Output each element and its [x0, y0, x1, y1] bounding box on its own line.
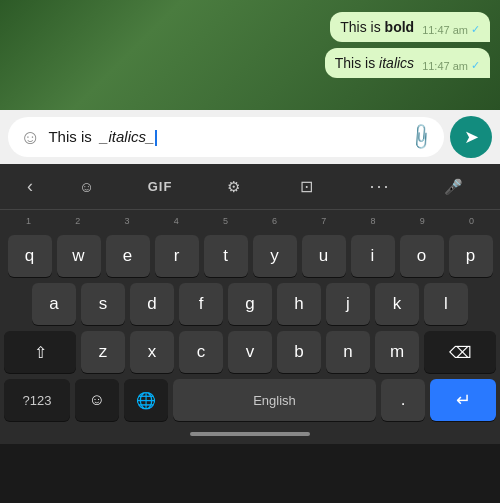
gear-icon: ⚙ — [227, 178, 240, 196]
key-t[interactable]: t — [204, 235, 248, 277]
keyboard-back-button[interactable]: ‹ — [10, 164, 50, 209]
translate-icon: ⊡ — [300, 177, 313, 196]
key-u[interactable]: u — [302, 235, 346, 277]
key-row-2: a s d f g h j k l — [0, 280, 500, 328]
key-k[interactable]: k — [375, 283, 419, 325]
sticker-icon: ☺ — [79, 178, 94, 195]
key-s[interactable]: s — [81, 283, 125, 325]
input-bar: ☺ This is _italics_ 📎 ➤ — [0, 110, 500, 164]
more-button[interactable]: ··· — [343, 164, 416, 209]
num-3: 3 — [102, 216, 151, 226]
settings-button[interactable]: ⚙ — [197, 164, 270, 209]
input-field[interactable]: This is _italics_ — [48, 128, 402, 146]
key-f[interactable]: f — [179, 283, 223, 325]
key-row-1: q w e r t y u i o p — [0, 232, 500, 280]
key-z[interactable]: z — [81, 331, 125, 373]
message-italic-meta: 11:47 am ✓ — [422, 59, 480, 72]
translate-button[interactable]: ⊡ — [270, 164, 343, 209]
bold-word: bold — [385, 19, 415, 35]
num-8: 8 — [348, 216, 397, 226]
key-row-3: ⇧ z x c v b n m ⌫ — [0, 328, 500, 376]
microphone-icon: 🎤 — [444, 178, 463, 196]
key-a[interactable]: a — [32, 283, 76, 325]
key-l[interactable]: l — [424, 283, 468, 325]
period-key[interactable]: . — [381, 379, 425, 421]
return-key[interactable]: ↵ — [430, 379, 496, 421]
space-key[interactable]: English — [173, 379, 376, 421]
num-2: 2 — [53, 216, 102, 226]
gif-label: GIF — [148, 179, 173, 194]
gif-button[interactable]: GIF — [123, 164, 196, 209]
mic-button[interactable]: 🎤 — [417, 164, 490, 209]
key-w[interactable]: w — [57, 235, 101, 277]
num-4: 4 — [152, 216, 201, 226]
key-c[interactable]: c — [179, 331, 223, 373]
send-button[interactable]: ➤ — [450, 116, 492, 158]
italic-word: italics — [379, 55, 414, 71]
message-bold-text: This is bold — [340, 18, 414, 36]
key-r[interactable]: r — [155, 235, 199, 277]
key-b[interactable]: b — [277, 331, 321, 373]
key-row-4: ?123 ☺ 🌐 English . ↵ — [0, 376, 500, 424]
num-7: 7 — [299, 216, 348, 226]
key-o[interactable]: o — [400, 235, 444, 277]
keyboard-toolbar: ‹ ☺ GIF ⚙ ⊡ ··· 🎤 — [0, 164, 500, 210]
more-icon: ··· — [369, 176, 390, 197]
num-9: 9 — [398, 216, 447, 226]
emoji-button[interactable]: ☺ — [20, 126, 40, 149]
globe-key[interactable]: 🌐 — [124, 379, 168, 421]
num-1: 1 — [4, 216, 53, 226]
num-6: 6 — [250, 216, 299, 226]
keyboard-area: q w e r t y u i o p a s d f g h j k l ⇧ … — [0, 232, 500, 424]
home-indicator — [190, 432, 310, 436]
key-q[interactable]: q — [8, 235, 52, 277]
input-container[interactable]: ☺ This is _italics_ 📎 — [8, 117, 444, 157]
key-g[interactable]: g — [228, 283, 272, 325]
emoji-key[interactable]: ☺ — [75, 379, 119, 421]
message-bold-bubble: This is bold 11:47 am ✓ — [330, 12, 490, 42]
number-row: 1 2 3 4 5 6 7 8 9 0 — [0, 210, 500, 232]
key-e[interactable]: e — [106, 235, 150, 277]
key-j[interactable]: j — [326, 283, 370, 325]
key-m[interactable]: m — [375, 331, 419, 373]
message-bold-time: 11:47 am — [422, 24, 468, 36]
double-check-bold: ✓ — [471, 23, 480, 36]
send-icon: ➤ — [464, 126, 479, 148]
attach-icon[interactable]: 📎 — [405, 121, 436, 152]
key-d[interactable]: d — [130, 283, 174, 325]
key-y[interactable]: y — [253, 235, 297, 277]
message-italic-time: 11:47 am — [422, 60, 468, 72]
back-icon: ‹ — [27, 176, 33, 197]
key-h[interactable]: h — [277, 283, 321, 325]
key-x[interactable]: x — [130, 331, 174, 373]
message-italic-bubble: This is italics 11:47 am ✓ — [325, 48, 490, 78]
shift-key[interactable]: ⇧ — [4, 331, 76, 373]
key-n[interactable]: n — [326, 331, 370, 373]
backspace-key[interactable]: ⌫ — [424, 331, 496, 373]
num-5: 5 — [201, 216, 250, 226]
chat-area: This is bold 11:47 am ✓ This is italics … — [0, 0, 500, 110]
message-italic-text: This is italics — [335, 54, 414, 72]
bottom-bar — [0, 424, 500, 444]
key-p[interactable]: p — [449, 235, 493, 277]
double-check-italic: ✓ — [471, 59, 480, 72]
num-0: 0 — [447, 216, 496, 226]
key-v[interactable]: v — [228, 331, 272, 373]
num123-key[interactable]: ?123 — [4, 379, 70, 421]
message-bold-meta: 11:47 am ✓ — [422, 23, 480, 36]
key-i[interactable]: i — [351, 235, 395, 277]
sticker-button[interactable]: ☺ — [50, 164, 123, 209]
